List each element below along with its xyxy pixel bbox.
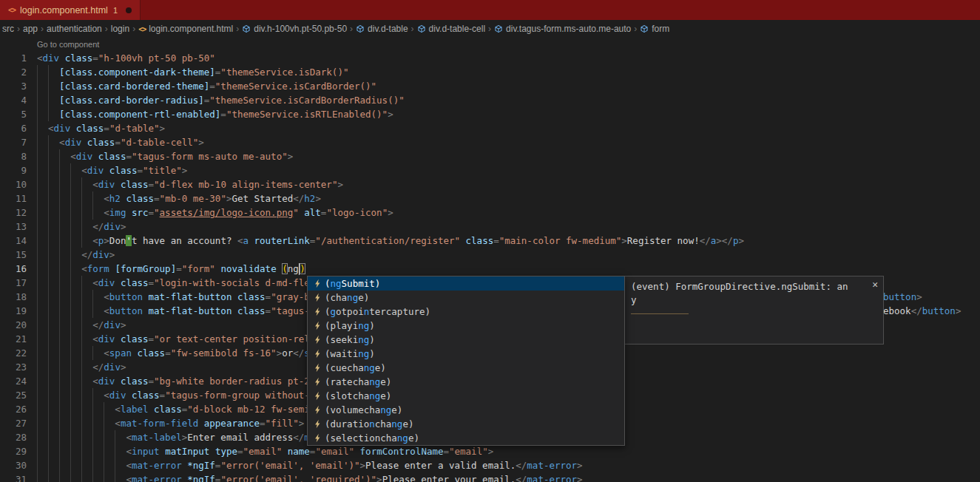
indent-guide <box>70 318 71 332</box>
code-line-13[interactable]: 13 </div> <box>0 220 980 234</box>
event-icon <box>310 405 325 415</box>
indent-guide <box>37 234 38 248</box>
code-line-content: <div class="d-flex mb-10 align-items-cen… <box>27 177 980 191</box>
code-line-11[interactable]: 11 <h2 class="mb-0 me-30">Get Started</h… <box>0 191 980 206</box>
indent-guide <box>59 346 60 360</box>
breadcrumb-separator: › <box>41 24 44 34</box>
indent-guide <box>92 290 93 304</box>
indent-guide <box>59 458 60 472</box>
code-line-31[interactable]: 31 <mat-error *ngIf="error('email', 'req… <box>0 472 980 482</box>
codelens-link[interactable]: Go to component <box>0 38 980 51</box>
indent-guide <box>92 402 93 416</box>
indent-guide <box>48 290 49 304</box>
code-line-30[interactable]: 30 <mat-error *ngIf="error('email', 'ema… <box>0 458 980 472</box>
suggest-item-durationchange[interactable]: (durationchange) <box>308 417 624 431</box>
indent-guide <box>81 304 82 318</box>
indent-guide <box>37 220 38 234</box>
code-line-14[interactable]: 14 <p>Don't have an account? <a routerLi… <box>0 234 980 248</box>
breadcrumb-item-app[interactable]: app <box>23 24 38 34</box>
code-line-29[interactable]: 29 <input matInput type="email" name="em… <box>0 444 980 458</box>
indent-guide <box>48 65 49 79</box>
indent-guide <box>48 206 49 220</box>
tab-login-component-html[interactable]: <> login.component.html 1 <box>0 0 141 20</box>
breadcrumb-item-login[interactable]: login <box>111 24 129 34</box>
indent-guide <box>104 458 104 472</box>
indent-guide <box>81 191 82 206</box>
event-icon <box>310 433 325 443</box>
indent-guide <box>92 416 93 430</box>
suggest-item-label: (ratechange) <box>325 376 391 387</box>
indent-guide <box>70 234 71 248</box>
suggest-item-seeking[interactable]: (seeking) <box>308 333 624 347</box>
dirty-indicator-icon[interactable] <box>126 7 132 13</box>
indent-guide <box>70 206 71 220</box>
code-line-3[interactable]: 3 [class.card-bordered-theme]="themeServ… <box>0 79 980 93</box>
breadcrumb-label: div.d-table-cell <box>429 24 485 34</box>
indent-guide <box>37 332 38 346</box>
code-line-15[interactable]: 15 </div> <box>0 248 980 262</box>
line-number: 3 <box>0 79 27 93</box>
breadcrumb-item-div-h-100vh-pt-50-pb-50[interactable]: div.h-100vh.pt-50.pb-50 <box>242 24 347 34</box>
code-line-12[interactable]: 12 <img src="assets/img/logo-icon.png" a… <box>0 206 980 220</box>
code-line-content: [class.component-rtl-enabled]="themeServ… <box>27 107 980 121</box>
indent-guide <box>59 163 60 177</box>
indent-guide <box>70 332 71 346</box>
indent-guide <box>48 458 49 472</box>
code-line-16[interactable]: 16 <form [formGroup]="form" novalidate (… <box>0 262 980 276</box>
suggest-item-change[interactable]: (change) <box>308 291 624 305</box>
line-number: 22 <box>0 346 27 360</box>
breadcrumb-item-login-component-html[interactable]: <>login.component.html <box>138 24 233 34</box>
breadcrumb-item-src[interactable]: src <box>2 24 14 34</box>
code-line-content: <input matInput type="email" name="email… <box>27 444 980 458</box>
code-line-6[interactable]: 6 <div class="d-table"> <box>0 121 980 135</box>
line-number: 18 <box>0 290 27 304</box>
code-line-2[interactable]: 2 [class.component-dark-theme]="themeSer… <box>0 65 980 79</box>
indent-guide <box>70 177 71 191</box>
suggest-item-label: (ngSubmit) <box>325 278 380 289</box>
indent-guide <box>37 65 38 79</box>
suggest-item-label: (cuechange) <box>325 362 386 373</box>
line-number: 4 <box>0 93 27 107</box>
breadcrumb-item-authentication[interactable]: authentication <box>47 24 102 34</box>
code-line-5[interactable]: 5 [class.component-rtl-enabled]="themeSe… <box>0 107 980 121</box>
breadcrumb-item-div-tagus-form-ms-auto-me-auto[interactable]: div.tagus-form.ms-auto.me-auto <box>494 24 631 34</box>
indent-guide <box>59 318 60 332</box>
suggest-item-ngSubmit[interactable]: (ngSubmit) <box>308 276 624 291</box>
code-line-10[interactable]: 10 <div class="d-flex mb-10 align-items-… <box>0 177 980 191</box>
suggest-doc-panel: ✕ (event) FormGroupDirective.ngSubmit: a… <box>624 276 884 344</box>
indent-guide <box>37 472 38 482</box>
doc-divider <box>631 313 689 314</box>
code-line-1[interactable]: 1<div class="h-100vh pt-50 pb-50" <box>0 51 980 65</box>
suggest-item-playing[interactable]: (playing) <box>308 319 624 333</box>
suggest-item-waiting[interactable]: (waiting) <box>308 347 624 361</box>
code-line-4[interactable]: 4 [class.card-border-radius]="themeServi… <box>0 93 980 107</box>
code-line-7[interactable]: 7 <div class="d-table-cell"> <box>0 135 980 149</box>
close-icon[interactable]: ✕ <box>872 279 878 289</box>
code-line-content: [class.component-dark-theme]="themeServi… <box>27 65 980 79</box>
code-line-content: [class.card-bordered-theme]="themeServic… <box>27 79 980 93</box>
suggest-item-cuechange[interactable]: (cuechange) <box>308 361 624 375</box>
breadcrumb-label: div.tagus-form.ms-auto.me-auto <box>506 24 631 34</box>
indent-guide <box>37 458 38 472</box>
breadcrumb-item-div-d-table-cell[interactable]: div.d-table-cell <box>417 24 485 34</box>
suggest-item-slotchange[interactable]: (slotchange) <box>308 389 624 403</box>
indent-guide <box>37 149 38 163</box>
code-line-9[interactable]: 9 <div class="title"> <box>0 163 980 177</box>
line-number: 10 <box>0 177 27 191</box>
indent-guide <box>48 304 49 318</box>
suggest-item-ratechange[interactable]: (ratechange) <box>308 375 624 389</box>
indent-guide <box>59 262 60 276</box>
line-number: 19 <box>0 304 27 318</box>
suggest-item-gotpointercapture[interactable]: (gotpointercapture) <box>308 305 624 319</box>
suggest-item-selectionchange[interactable]: (selectionchange) <box>308 431 624 445</box>
suggest-item-volumechange[interactable]: (volumechange) <box>308 403 624 417</box>
symbol-element-icon <box>242 24 251 33</box>
breadcrumb-item-div-d-table[interactable]: div.d-table <box>356 24 408 34</box>
indent-guide <box>70 276 71 290</box>
indent-guide <box>48 472 49 482</box>
breadcrumb-item-form[interactable]: form <box>640 24 669 34</box>
line-number: 1 <box>0 51 27 65</box>
indent-guide <box>48 93 49 107</box>
code-line-8[interactable]: 8 <div class="tagus-form ms-auto me-auto… <box>0 149 980 163</box>
indent-guide <box>92 472 93 482</box>
